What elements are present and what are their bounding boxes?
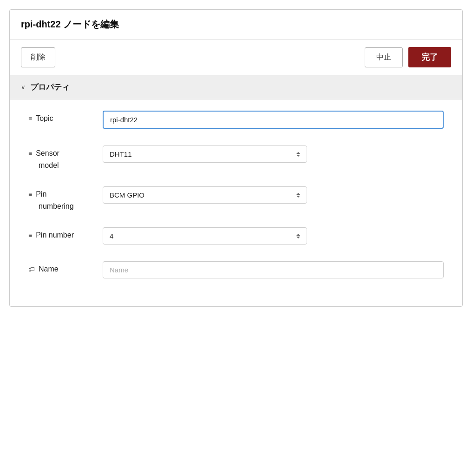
edit-panel: rpi-dht22 ノードを編集 削除 中止 完了 ∨ プロパティ ≡ Topi… [9, 9, 463, 307]
name-control [103, 261, 444, 278]
sensor-model-control: DHT11 DHT22 AM2302 [103, 145, 444, 163]
delete-button[interactable]: 削除 [21, 47, 55, 67]
topic-label: ≡ Topic [28, 111, 103, 123]
panel-title: rpi-dht22 ノードを編集 [21, 19, 119, 29]
pin-number-label: ≡ Pin number [28, 227, 103, 239]
form-body: ≡ Topic ≡ Sensor model DHT11 DHT22 AM230 [10, 99, 462, 306]
name-label: 🏷 Name [28, 261, 103, 273]
pin-number-label-text: Pin number [36, 231, 74, 239]
sensor-label-line1: Sensor [36, 149, 59, 158]
cancel-button[interactable]: 中止 [365, 47, 403, 67]
section-label: プロパティ [30, 82, 70, 93]
name-label-text: Name [39, 265, 59, 273]
chevron-icon: ∨ [21, 84, 26, 91]
pin-numbering-control: BCM GPIO Physical [103, 186, 444, 204]
sensor-model-icon: ≡ [28, 150, 32, 157]
pin-numbering-label: ≡ Pin numbering [28, 186, 103, 211]
topic-row: ≡ Topic [28, 111, 444, 129]
name-tag-icon: 🏷 [28, 265, 35, 273]
pin-number-select[interactable]: 4 1 2 3 5 [103, 227, 307, 245]
pin-numbering-icon: ≡ [28, 191, 32, 198]
topic-label-text: Topic [36, 114, 53, 123]
pin-number-control: 4 1 2 3 5 [103, 227, 444, 245]
sensor-model-label: ≡ Sensor model [28, 145, 103, 170]
topic-control [103, 111, 444, 129]
pin-numbering-row: ≡ Pin numbering BCM GPIO Physical [28, 186, 444, 211]
pin-numbering-line1: Pin [36, 190, 46, 198]
pin-number-icon: ≡ [28, 231, 32, 239]
pin-numbering-label-top: ≡ Pin [28, 190, 46, 198]
topic-input[interactable] [103, 111, 444, 129]
section-header: ∨ プロパティ [10, 75, 462, 99]
sensor-label-line2: model [28, 161, 59, 170]
topic-icon: ≡ [28, 115, 32, 122]
panel-toolbar: 削除 中止 完了 [10, 40, 462, 75]
pin-numbering-line2: numbering [28, 202, 74, 211]
done-button[interactable]: 完了 [408, 47, 451, 67]
sensor-model-select[interactable]: DHT11 DHT22 AM2302 [103, 145, 307, 163]
name-input[interactable] [103, 261, 444, 278]
sensor-model-row: ≡ Sensor model DHT11 DHT22 AM2302 [28, 145, 444, 170]
panel-header: rpi-dht22 ノードを編集 [10, 10, 462, 40]
name-row: 🏷 Name [28, 261, 444, 278]
sensor-model-label-top: ≡ Sensor [28, 149, 59, 158]
pin-number-row: ≡ Pin number 4 1 2 3 5 [28, 227, 444, 245]
pin-numbering-select[interactable]: BCM GPIO Physical [103, 186, 307, 204]
